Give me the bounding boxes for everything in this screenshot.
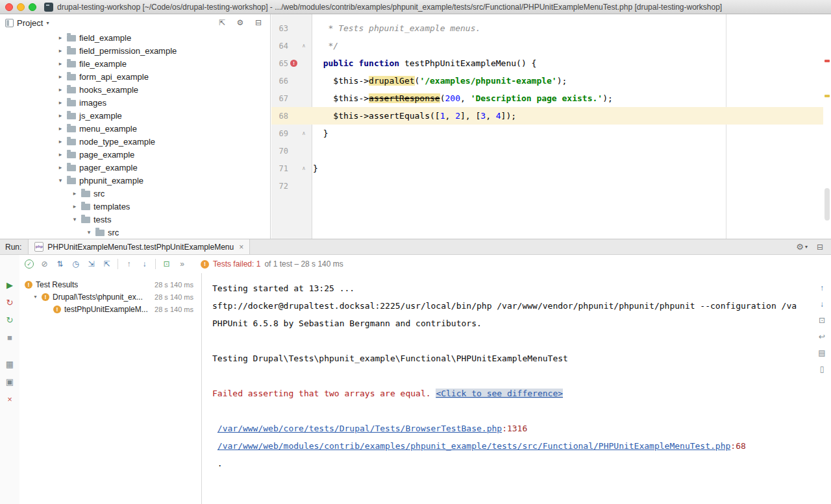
test-tree-item[interactable]: !Test Results28 s 140 ms <box>19 278 201 291</box>
project-panel-title[interactable]: Project <box>17 18 43 28</box>
toggle-auto-test-button[interactable]: ↻ <box>4 315 16 326</box>
tree-item-page_example[interactable]: ▸page_example <box>0 148 270 161</box>
collapse-all-button[interactable]: ⇱ <box>102 259 112 269</box>
console-link[interactable]: <Click to see difference> <box>436 389 563 398</box>
close-button[interactable]: × <box>4 394 16 405</box>
code-text[interactable] <box>313 142 823 160</box>
test-history-button[interactable]: ⊡ <box>162 259 171 269</box>
hide-panel-icon[interactable]: ⊟ <box>817 243 823 252</box>
tree-item-phpunit_example[interactable]: ▾phpunit_example <box>0 174 270 187</box>
chevron-right-icon[interactable]: ▸ <box>57 73 64 80</box>
fold-marker-icon[interactable]: ∧ <box>299 130 308 136</box>
editor-error-stripe[interactable] <box>823 14 831 239</box>
chevron-down-icon[interactable]: ▾ <box>86 229 92 235</box>
rerun-failed-tests-button[interactable]: ↻ <box>4 297 16 309</box>
run-tab-label[interactable]: PHPUnitExampleMenuTest.testPhpUnitExampl… <box>47 243 234 252</box>
chevron-right-icon[interactable]: ▸ <box>57 47 64 54</box>
tree-item-images[interactable]: ▸images <box>0 96 270 109</box>
chevron-right-icon[interactable]: ▸ <box>57 99 64 106</box>
gutter-cell[interactable]: 69∧ <box>271 125 313 142</box>
chevron-down-icon[interactable]: ▾ <box>71 216 78 222</box>
chevron-right-icon[interactable]: ▸ <box>57 138 64 145</box>
chevron-right-icon[interactable]: ▸ <box>57 125 64 132</box>
code-text[interactable]: } <box>313 125 823 142</box>
chevron-down-icon[interactable]: ▾ <box>32 294 38 300</box>
gutter-cell[interactable]: 67 <box>271 90 313 107</box>
export-results-button[interactable]: ⊡ <box>817 316 827 325</box>
test-failed-icon[interactable]: ! <box>290 60 297 67</box>
window-zoom-button[interactable] <box>29 3 36 11</box>
warning-stripe-mark[interactable] <box>825 95 830 97</box>
expand-all-button[interactable]: ⇲ <box>86 259 96 269</box>
code-text[interactable]: public function testPhpUnitExampleMenu()… <box>313 54 823 72</box>
code-text[interactable] <box>313 177 823 195</box>
gutter-cell[interactable]: 72 <box>271 177 313 195</box>
tree-item-pager_example[interactable]: ▸pager_example <box>0 161 270 174</box>
gutter-cell[interactable]: 63 <box>271 19 313 37</box>
soft-wrap-button[interactable]: ↩ <box>817 332 827 341</box>
chevron-right-icon[interactable]: ▸ <box>57 164 64 171</box>
gutter-cell[interactable]: 65! <box>271 54 313 72</box>
chevron-right-icon[interactable]: ▸ <box>71 190 78 197</box>
tree-item-src[interactable]: ▸src <box>0 187 270 200</box>
chevron-down-icon[interactable]: ▾ <box>57 177 64 184</box>
show-passed-toggle[interactable]: ✓ <box>25 259 34 269</box>
chevron-right-icon[interactable]: ▸ <box>57 86 64 93</box>
console-link[interactable]: /var/www/web/modules/contrib/examples/ph… <box>217 441 731 451</box>
gear-icon[interactable]: ⚙ <box>235 18 245 27</box>
gutter-cell[interactable]: 66 <box>271 72 313 90</box>
next-failed-test-button[interactable]: ↓ <box>140 259 149 269</box>
chevron-right-icon[interactable]: ▸ <box>57 34 64 41</box>
tree-item-field_example[interactable]: ▸field_example <box>0 31 270 44</box>
test-tree-item[interactable]: !testPhpUnitExampleM...28 s 140 ms <box>19 303 201 315</box>
previous-failed-test-button[interactable]: ↑ <box>124 259 134 269</box>
gutter-cell[interactable]: 71∧ <box>271 160 313 177</box>
gutter-cell[interactable]: 68 <box>271 107 313 125</box>
gear-icon[interactable]: ⚙ ▾ <box>796 242 808 252</box>
tree-item-node_type_example[interactable]: ▸node_type_example <box>0 135 270 148</box>
tree-item-templates[interactable]: ▸templates <box>0 200 270 213</box>
stop-button[interactable]: ■ <box>4 332 16 344</box>
error-stripe-mark[interactable] <box>825 60 830 62</box>
fold-marker-icon[interactable]: ∧ <box>299 165 308 171</box>
chevron-right-icon[interactable]: ▸ <box>57 151 64 158</box>
tree-item-file_example[interactable]: ▸file_example <box>0 57 270 70</box>
code-text[interactable]: * Tests phpunit_example menus. <box>313 19 823 37</box>
chevron-right-icon[interactable]: ▸ <box>57 112 64 119</box>
tree-item-menu_example[interactable]: ▸menu_example <box>0 122 270 135</box>
code-text[interactable]: $this->drupalGet('/examples/phpunit-exam… <box>313 72 823 90</box>
code-text[interactable]: } <box>313 160 823 177</box>
restore-layout-button[interactable]: ▦ <box>4 359 16 370</box>
console-output[interactable]: Testing started at 13:25 ...sftp://docke… <box>202 273 813 504</box>
run-tab[interactable]: php PHPUnitExampleMenuTest.testPhpUnitEx… <box>28 239 250 254</box>
sort-by-duration-toggle[interactable]: ◷ <box>71 259 81 269</box>
test-tree-item[interactable]: ▾!Drupal\Tests\phpunit_ex...28 s 140 ms <box>19 291 201 303</box>
rerun-test-button[interactable]: ▶ <box>4 280 16 291</box>
window-minimize-button[interactable] <box>17 3 25 11</box>
toolbar-overflow-button[interactable]: » <box>177 259 187 269</box>
hide-panel-icon[interactable]: ⊟ <box>253 18 264 27</box>
close-icon[interactable]: × <box>239 243 243 252</box>
code-text[interactable]: $this->assertEquals([1, 2], [3, 4]); <box>313 107 823 125</box>
tree-item-field_permission_example[interactable]: ▸field_permission_example <box>0 44 270 57</box>
editor-scrollbar-thumb[interactable] <box>825 188 830 221</box>
collapse-all-icon[interactable]: ⇱ <box>217 18 227 27</box>
code-text[interactable]: $this->assertResponse(200, 'Description … <box>313 90 823 107</box>
pin-tab-button[interactable]: ▣ <box>4 376 16 388</box>
tree-item-tests[interactable]: ▾tests <box>0 213 270 226</box>
tree-item-js_example[interactable]: ▸js_example <box>0 109 270 122</box>
tree-item-hooks_example[interactable]: ▸hooks_example <box>0 83 270 96</box>
sort-alphabetically-toggle[interactable]: ⇅ <box>55 259 65 269</box>
gutter-cell[interactable]: 70 <box>271 142 313 160</box>
print-button[interactable]: ▤ <box>817 348 827 357</box>
scroll-to-top-button[interactable]: ↑ <box>817 283 827 293</box>
tree-item-form_api_example[interactable]: ▸form_api_example <box>0 70 270 83</box>
gutter-cell[interactable]: 64∧ <box>271 37 313 54</box>
chevron-down-icon[interactable]: ▾ <box>46 20 49 26</box>
tree-item-src[interactable]: ▾src <box>0 226 270 239</box>
chevron-right-icon[interactable]: ▸ <box>57 60 64 67</box>
scroll-to-end-button[interactable]: ↓ <box>817 300 827 309</box>
project-tool-window-icon[interactable] <box>5 19 14 27</box>
show-ignored-toggle[interactable]: ⊘ <box>40 259 49 269</box>
clear-console-button[interactable]: ▯ <box>817 365 827 374</box>
